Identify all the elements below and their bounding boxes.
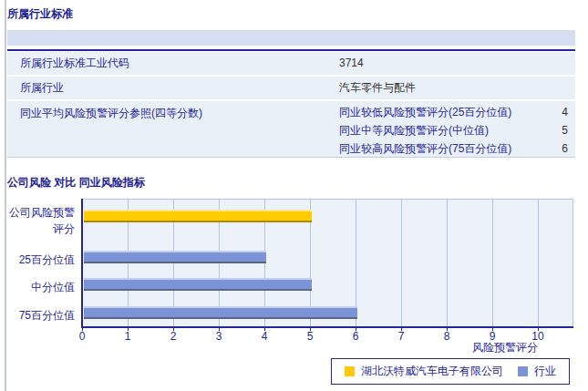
- x-gridline: [538, 200, 539, 327]
- subrow-value: 6: [562, 139, 568, 158]
- legend-swatch-company: [345, 366, 355, 376]
- bar-company-score: [84, 210, 312, 222]
- chart-legend: 湖北沃特威汽车电子有限公司 行业: [331, 358, 570, 385]
- subrow-value: 5: [562, 121, 568, 139]
- x-axis-title: 风险预警评分: [472, 340, 538, 355]
- subrow-low-risk: 同业较低风险预警评分(25百分位值) 4: [339, 103, 568, 121]
- y-axis-label-company-score: 公司风险预警评分: [0, 204, 75, 237]
- subrow-value: 4: [562, 103, 568, 121]
- x-tick-label: 0: [72, 330, 92, 343]
- legend-swatch-industry: [518, 366, 528, 376]
- section-title-risk-comparison: 公司风险 对比 同业风险指标: [7, 175, 145, 190]
- x-gridline: [447, 200, 448, 327]
- table-row-sic-code: 所属行业标准工业代码 3714: [7, 52, 575, 75]
- bar-industry-p25: [84, 251, 266, 263]
- subrow-high-risk: 同业较高风险预警评分(75百分位值) 6: [339, 139, 568, 158]
- row-label: 同业平均风险预警评分参照(四等分数): [20, 105, 202, 121]
- table-header-band: [7, 30, 575, 46]
- row-label: 所属行业标准工业代码: [20, 52, 129, 75]
- row-value: 3714: [339, 52, 364, 75]
- bar-industry-p75: [84, 306, 357, 319]
- x-tick-label: 1: [118, 330, 138, 343]
- x-tick-label: 6: [346, 330, 366, 343]
- x-tick-label: 3: [209, 330, 229, 343]
- bar-industry-median: [84, 278, 312, 291]
- legend-label-company: 湖北沃特威汽车电子有限公司: [361, 364, 503, 379]
- company-report-page: 所属行业标准 所属行业标准工业代码 3714 所属行业 汽车零件与配件 同业平均…: [0, 0, 588, 391]
- x-tick-label: 2: [163, 330, 183, 343]
- x-tick-label: 8: [437, 330, 457, 343]
- x-tick-label: 7: [391, 330, 411, 343]
- peer-score-subrows: 同业较低风险预警评分(25百分位值) 4 同业中等风险预警评分(中位值) 5 同…: [339, 103, 568, 158]
- y-axis-label-p75: 75百分位值: [0, 307, 75, 324]
- y-axis-label-p25: 25百分位值: [0, 252, 75, 268]
- table-row-peer-scores: 同业平均风险预警评分参照(四等分数) 同业较低风险预警评分(25百分位值) 4 …: [7, 101, 575, 158]
- chart-plot-area: [82, 199, 573, 327]
- y-axis-label-median: 中分位值: [0, 279, 75, 295]
- subrow-label: 同业中等风险预警评分(中位值): [339, 121, 489, 139]
- y-axis-line: [81, 199, 83, 327]
- table-top-rule: [7, 49, 575, 51]
- section-title-industry-standard: 所属行业标准: [7, 6, 73, 22]
- subrow-medium-risk: 同业中等风险预警评分(中位值) 5: [339, 121, 568, 139]
- subrow-label: 同业较低风险预警评分(25百分位值): [339, 103, 511, 121]
- legend-label-industry: 行业: [534, 364, 556, 379]
- x-gridline: [401, 200, 402, 327]
- row-value: 汽车零件与配件: [339, 77, 416, 99]
- x-tick-label: 4: [254, 330, 274, 343]
- x-gridline: [492, 200, 493, 327]
- subrow-label: 同业较高风险预警评分(75百分位值): [339, 139, 511, 158]
- row-label: 所属行业: [20, 77, 64, 99]
- x-tick-label: 5: [300, 330, 320, 343]
- page-left-border: [5, 0, 6, 391]
- table-row-industry: 所属行业 汽车零件与配件: [7, 77, 575, 99]
